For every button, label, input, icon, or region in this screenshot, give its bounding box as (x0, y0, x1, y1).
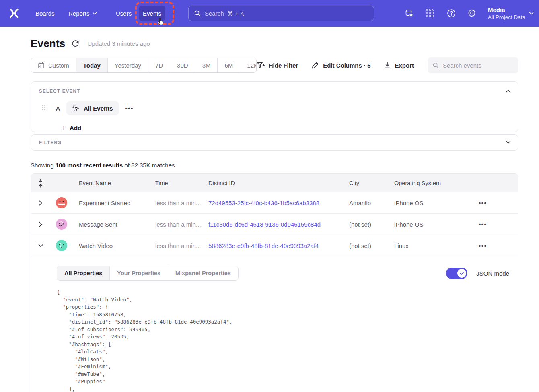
chevron-down-icon (93, 12, 97, 15)
json-mode-label: JSON mode (476, 270, 509, 277)
global-search-input[interactable] (205, 10, 368, 17)
event-row-letter: A (56, 105, 60, 112)
date-range-7d[interactable]: 7D (148, 58, 170, 72)
filters-label: FILTERS (39, 140, 62, 145)
updated-timestamp: Updated 3 minutes ago (87, 40, 150, 47)
edit-columns-button[interactable]: Edit Columns · 5 (312, 62, 370, 69)
row-collapse-chevron-down-icon[interactable] (31, 244, 50, 247)
event-selector-label: All Events (84, 105, 113, 112)
event-detail-panel: All Properties Your Properties Mixpanel … (31, 256, 518, 392)
tab-your-properties[interactable]: Your Properties (110, 266, 168, 280)
check-icon (460, 272, 464, 275)
col-header-operating-system[interactable]: Operating System (388, 180, 473, 186)
table-row[interactable]: Experiment Started less than a min... 72… (31, 192, 518, 213)
global-search (188, 6, 374, 21)
top-navbar: Boards Reports Users Events (0, 0, 539, 27)
properties-tabs: All Properties Your Properties Mixpanel … (57, 266, 239, 281)
select-event-label: SELECT EVENT (39, 89, 510, 93)
search-icon (194, 10, 201, 17)
hide-filter-button[interactable]: Hide Filter (257, 62, 298, 69)
pencil-icon (312, 62, 319, 69)
cell-os: Linux (388, 242, 473, 249)
row-more-options-button[interactable]: ••• (479, 242, 487, 249)
events-search (428, 57, 518, 73)
plus-icon: + (62, 124, 66, 132)
nav-item-reports[interactable]: Reports (68, 0, 97, 27)
export-label: Export (395, 62, 414, 69)
cell-time: less than a min... (149, 242, 202, 249)
row-expand-chevron-right-icon[interactable] (31, 200, 50, 206)
settings-gear-icon[interactable] (467, 0, 477, 27)
nav-item-reports-label: Reports (68, 10, 90, 17)
date-range-3m[interactable]: 3M (195, 58, 218, 72)
export-button[interactable]: Export (384, 62, 414, 69)
cell-city: Amarillo (343, 200, 388, 206)
results-prefix: Showing (31, 162, 56, 169)
project-subtitle: All Project Data (488, 14, 525, 21)
event-avatar (56, 197, 67, 208)
col-header-city[interactable]: City (343, 180, 388, 186)
project-chevron-down-icon[interactable] (529, 0, 534, 27)
collapse-all-icon[interactable] (31, 179, 50, 188)
event-avatar (56, 219, 67, 230)
edit-columns-label: Edit Columns · 5 (323, 62, 370, 69)
project-name: Media (488, 6, 505, 14)
download-icon (384, 62, 391, 69)
results-summary: Showing 100 most recent results of 82.35… (31, 162, 518, 169)
cell-time: less than a min... (149, 221, 202, 228)
row-expand-chevron-right-icon[interactable] (31, 222, 50, 227)
apps-grid-icon[interactable] (425, 0, 435, 27)
date-range-custom[interactable]: Custom (31, 58, 76, 72)
date-range-today[interactable]: Today (76, 58, 108, 72)
collapse-chevron-up-icon[interactable] (506, 87, 511, 95)
drag-handle[interactable] (42, 105, 46, 111)
mixpanel-logo[interactable] (8, 0, 20, 27)
help-icon[interactable] (446, 0, 456, 27)
project-selector[interactable]: Media All Project Data (488, 0, 525, 27)
results-suffix: of 82.35K matches (123, 162, 175, 169)
event-selector-all-events[interactable]: All Events (66, 101, 119, 115)
cell-os: iPhone OS (388, 221, 473, 228)
cell-city: (not set) (343, 242, 388, 249)
col-header-distinct-id[interactable]: Distinct ID (202, 180, 343, 186)
table-row-expanded[interactable]: Watch Video less than a min... 5886283e-… (31, 235, 518, 256)
event-more-options-button[interactable]: ••• (125, 105, 134, 112)
distinct-id-link[interactable]: 72d49553-25fc-4f0c-b436-1b5ac6ab3388 (208, 200, 319, 206)
row-more-options-button[interactable]: ••• (479, 221, 487, 228)
table-row[interactable]: Message Sent less than a min... f11c30d6… (31, 213, 518, 235)
date-range-30d[interactable]: 30D (170, 58, 195, 72)
distinct-id-link[interactable]: 5886283e-e9fb-48fb-81de-40e9093a2af4 (208, 242, 319, 249)
cell-os: iPhone OS (388, 200, 473, 206)
events-page: Events Updated 3 minutes ago Custom Toda… (0, 27, 539, 392)
event-sparkle-cursor-icon (72, 105, 80, 112)
refresh-icon[interactable] (72, 40, 79, 47)
add-event-button[interactable]: + Add (62, 124, 510, 132)
events-search-input[interactable] (443, 62, 513, 69)
table-header-row: Event Name Time Distinct ID City Operati… (31, 174, 518, 192)
col-header-event-name[interactable]: Event Name (73, 180, 149, 186)
row-more-options-button[interactable]: ••• (479, 200, 487, 206)
date-range-yesterday[interactable]: Yesterday (108, 58, 148, 72)
cell-event-name: Watch Video (73, 242, 149, 249)
toggle-knob (457, 269, 466, 278)
nav-item-boards[interactable]: Boards (35, 0, 55, 27)
tab-all-properties[interactable]: All Properties (57, 266, 110, 280)
tab-mixpanel-properties[interactable]: Mixpanel Properties (168, 266, 238, 280)
col-header-time[interactable]: Time (149, 180, 202, 186)
cell-time: less than a min... (149, 200, 202, 206)
json-mode-toggle[interactable] (446, 268, 467, 279)
data-management-icon[interactable] (404, 0, 414, 27)
event-json-viewer: { "event": "Watch Video", "properties": … (57, 289, 518, 392)
distinct-id-link[interactable]: f11c30d6-dc6d-4518-9136-0d046159c84d (208, 221, 321, 228)
expand-chevron-down-icon[interactable] (506, 138, 511, 146)
nav-item-users[interactable]: Users (116, 0, 132, 27)
date-range-6m[interactable]: 6M (218, 58, 240, 72)
event-avatar (56, 240, 67, 251)
date-range-12m[interactable]: 12M (240, 58, 256, 72)
date-range-custom-label: Custom (48, 62, 69, 69)
results-count: 100 most recent results (56, 162, 123, 169)
date-range-control: Custom Today Yesterday 7D 30D 3M 6M 12M (31, 58, 257, 73)
nav-item-events[interactable]: Events (139, 6, 165, 21)
cell-event-name: Experiment Started (73, 200, 149, 206)
filters-panel[interactable]: FILTERS (31, 134, 518, 151)
